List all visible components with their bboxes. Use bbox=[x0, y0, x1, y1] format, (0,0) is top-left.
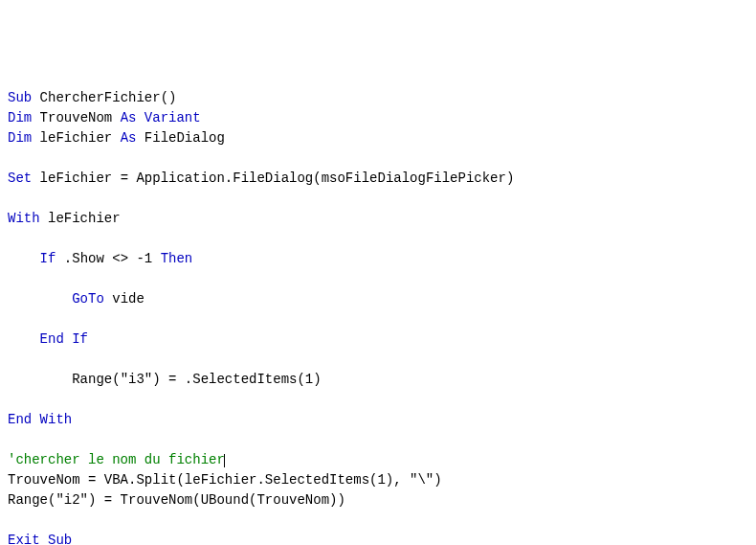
blank-line bbox=[8, 148, 748, 169]
code-text: leFichier = Application.FileDialog(msoFi… bbox=[32, 170, 514, 186]
blank-line bbox=[8, 390, 748, 410]
code-text: ChercherFichier() bbox=[32, 90, 176, 105]
code-line: Set leFichier = Application.FileDialog(m… bbox=[8, 169, 748, 189]
keyword-set: Set bbox=[8, 170, 32, 186]
blank-line bbox=[8, 189, 748, 209]
blank-line bbox=[8, 430, 748, 450]
code-text: .Show <> -1 bbox=[56, 251, 160, 266]
code-text: Range("i2") = TrouveNom(UBound(TrouveNom… bbox=[8, 492, 345, 508]
code-line: GoTo vide bbox=[8, 289, 748, 309]
code-line: End If bbox=[8, 329, 748, 350]
keyword-goto: GoTo bbox=[72, 291, 104, 307]
code-line: Exit Sub bbox=[8, 531, 748, 545]
code-line: Dim leFichier As FileDialog bbox=[8, 128, 748, 148]
indent bbox=[8, 372, 72, 387]
code-line: Range("i2") = TrouveNom(UBound(TrouveNom… bbox=[8, 490, 748, 511]
code-text: FileDialog bbox=[136, 130, 224, 146]
code-text: TrouveNom bbox=[32, 110, 120, 125]
keyword-with: With bbox=[8, 211, 40, 226]
indent bbox=[8, 291, 72, 307]
keyword-as-variant: As Variant bbox=[121, 110, 201, 125]
text-cursor bbox=[224, 454, 225, 467]
code-line: If .Show <> -1 Then bbox=[8, 249, 748, 269]
blank-line bbox=[8, 269, 748, 289]
blank-line bbox=[8, 350, 748, 370]
blank-line bbox=[8, 309, 748, 329]
code-text: Range("i3") = .SelectedItems(1) bbox=[72, 372, 321, 387]
code-line: Dim TrouveNom As Variant bbox=[8, 108, 748, 128]
keyword-dim: Dim bbox=[8, 110, 32, 125]
keyword-if: If bbox=[40, 251, 56, 266]
code-line: With leFichier bbox=[8, 209, 748, 229]
code-line: End With bbox=[8, 410, 748, 430]
code-line: Sub ChercherFichier() bbox=[8, 88, 748, 108]
code-line: 'chercher le nom du fichier bbox=[8, 450, 748, 470]
keyword-then: Then bbox=[161, 251, 193, 266]
code-text: leFichier bbox=[32, 130, 120, 146]
comment: 'chercher le nom du fichier bbox=[8, 452, 225, 467]
code-text: leFichier bbox=[40, 211, 121, 226]
keyword-sub: Sub bbox=[8, 90, 32, 105]
keyword-dim: Dim bbox=[8, 130, 32, 146]
keyword-exitsub: Exit Sub bbox=[8, 533, 72, 545]
blank-line bbox=[8, 229, 748, 249]
keyword-as: As bbox=[121, 130, 137, 146]
keyword-endif: End If bbox=[40, 331, 88, 347]
code-block: Sub ChercherFichier()Dim TrouveNom As Va… bbox=[8, 88, 748, 545]
code-line: Range("i3") = .SelectedItems(1) bbox=[8, 370, 748, 390]
indent bbox=[8, 251, 40, 266]
code-text: vide bbox=[104, 291, 145, 307]
keyword-endwith: End With bbox=[8, 412, 72, 427]
indent bbox=[8, 331, 40, 347]
code-text: TrouveNom = VBA.Split(leFichier.Selected… bbox=[8, 472, 442, 488]
code-line: TrouveNom = VBA.Split(leFichier.Selected… bbox=[8, 470, 748, 490]
blank-line bbox=[8, 511, 748, 531]
